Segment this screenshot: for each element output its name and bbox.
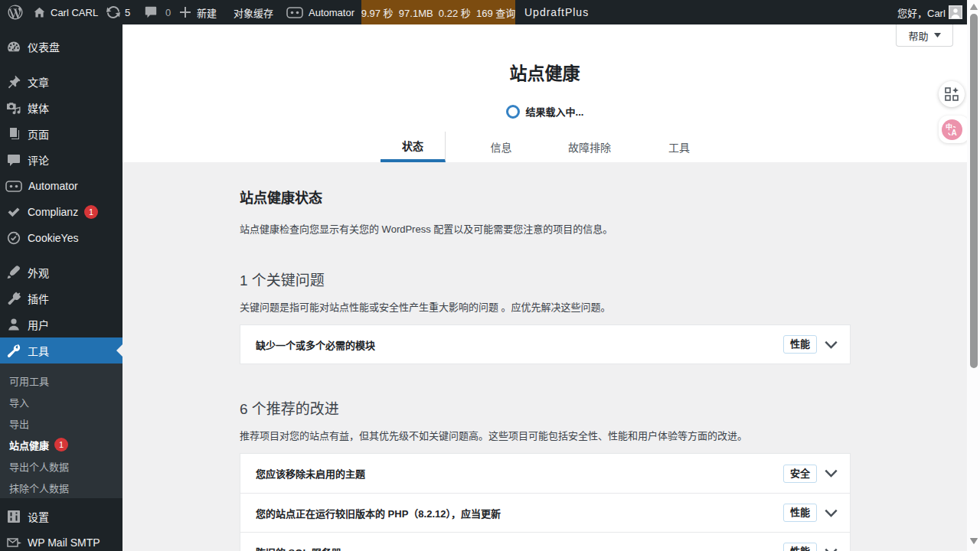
- svg-text:A: A: [952, 129, 957, 137]
